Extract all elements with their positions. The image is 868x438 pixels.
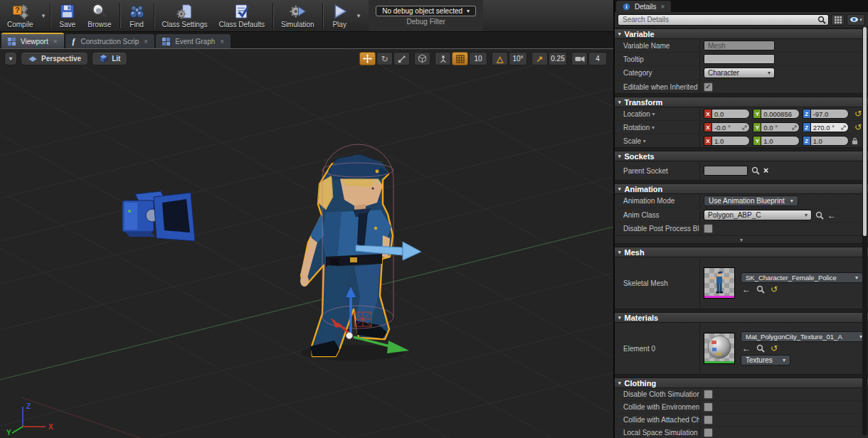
lit-mode-button[interactable]: Lit: [92, 52, 127, 65]
grid-snap-toggle-button[interactable]: [452, 52, 468, 65]
animation-mode-dropdown[interactable]: Use Animation Blueprint ▾: [704, 196, 798, 206]
close-icon[interactable]: ×: [220, 38, 224, 46]
viewport-options-button[interactable]: ▾: [4, 52, 17, 65]
chevron-down-icon[interactable]: ▾: [643, 138, 646, 144]
class-defaults-label: Class Defaults: [219, 21, 265, 28]
axis-z-label: Z: [26, 402, 31, 410]
local-space-checkbox[interactable]: ✓: [704, 428, 713, 437]
rotation-x-field[interactable]: -0.0 °: [711, 122, 750, 132]
simulation-icon: [289, 3, 307, 20]
skeletal-mesh-dropdown[interactable]: SK_Character_Female_Police ▾: [741, 272, 863, 283]
surface-snap-button[interactable]: [435, 52, 451, 65]
camera-actor[interactable]: [122, 191, 195, 241]
find-button[interactable]: Find: [122, 0, 152, 31]
scale-x-field[interactable]: 1.0: [711, 136, 750, 146]
browse-asset-icon[interactable]: [756, 285, 765, 294]
display-filter-button[interactable]: [831, 14, 845, 26]
simulation-button[interactable]: Simulation: [275, 0, 320, 31]
tab-construction-script[interactable]: ƒ Construction Scrip ×: [65, 34, 155, 48]
use-selected-asset-icon[interactable]: ←: [742, 344, 751, 353]
skeletal-mesh-thumbnail[interactable]: [704, 267, 735, 299]
search-socket-icon[interactable]: [751, 166, 760, 175]
post-process-checkbox[interactable]: ✓: [704, 224, 713, 233]
disable-cloth-checkbox[interactable]: ✓: [704, 390, 713, 399]
use-selected-icon[interactable]: ←: [827, 211, 836, 220]
blueprint-editor: ? Compile ▾ Save Browse: [0, 0, 868, 438]
parent-socket-field[interactable]: [704, 166, 748, 176]
rotate-tool-button[interactable]: ↻: [376, 52, 393, 65]
compile-options-caret[interactable]: ▾: [39, 0, 48, 31]
browse-button[interactable]: Browse: [82, 0, 117, 31]
material-dropdown[interactable]: Mat_PolygonCity_Texture_01_A ▾: [741, 331, 867, 342]
section-variable-header[interactable]: ▾ Variable: [615, 29, 868, 39]
character-actor[interactable]: [300, 154, 393, 356]
perspective-button[interactable]: Perspective: [21, 52, 88, 65]
class-settings-button[interactable]: Class Settings: [157, 0, 213, 31]
section-animation-header[interactable]: ▾ Animation: [615, 184, 868, 194]
tab-event-graph[interactable]: Event Graph ×: [156, 34, 231, 48]
scale-snap-toggle-button[interactable]: ↗: [531, 52, 548, 65]
reset-asset-icon[interactable]: ↺: [771, 285, 778, 294]
use-selected-asset-icon[interactable]: ←: [742, 285, 751, 294]
rotation-y-field[interactable]: 0.0 °: [761, 122, 799, 132]
move-tool-button[interactable]: [359, 52, 376, 65]
anim-class-dropdown[interactable]: Polygon_ABP_C ▾: [704, 210, 812, 220]
view-options-button[interactable]: ▾: [847, 14, 865, 26]
scale-z-field[interactable]: 1.0: [810, 136, 849, 146]
collide-children-checkbox[interactable]: ✓: [704, 415, 713, 424]
show-advanced-button[interactable]: ▾: [615, 235, 868, 243]
play-options-caret[interactable]: ▾: [354, 0, 364, 31]
chevron-down-icon[interactable]: ▾: [652, 111, 655, 117]
grid-snap-value[interactable]: 10: [469, 52, 487, 65]
chevron-down-icon: ▾: [805, 212, 808, 218]
scrollbar-thumb[interactable]: [863, 27, 867, 236]
class-defaults-button[interactable]: Class Defaults: [213, 0, 270, 31]
rotation-snap-value[interactable]: 10°: [509, 52, 527, 65]
camera-speed-button[interactable]: [571, 52, 588, 65]
rotation-snap-toggle-button[interactable]: △: [492, 52, 508, 65]
material-thumbnail[interactable]: [704, 333, 735, 364]
play-button[interactable]: Play: [325, 0, 354, 31]
close-icon[interactable]: ×: [53, 38, 58, 46]
world-local-toggle-button[interactable]: [414, 52, 430, 65]
scale-y-field[interactable]: 1.0: [761, 136, 799, 146]
editable-checkbox[interactable]: ✓: [704, 82, 713, 92]
reset-asset-icon[interactable]: ↺: [771, 344, 778, 353]
close-icon[interactable]: ×: [144, 38, 148, 46]
location-y-field[interactable]: 0.000856: [761, 109, 799, 119]
section-sockets-header[interactable]: ▾ Sockets: [615, 151, 868, 161]
scale-tool-button[interactable]: [393, 52, 410, 65]
scale-snap-value[interactable]: 0.25: [549, 52, 567, 65]
details-scrollbar[interactable]: [862, 27, 867, 435]
location-z-field[interactable]: -97.0: [810, 109, 849, 119]
chevron-down-icon: ▾: [855, 274, 858, 281]
search-field[interactable]: [618, 14, 829, 26]
section-mesh-header[interactable]: ▾ Mesh: [615, 247, 868, 257]
chevron-down-icon: ▾: [768, 70, 771, 76]
search-input[interactable]: [623, 16, 815, 23]
clear-socket-icon[interactable]: ×: [763, 166, 768, 176]
browse-anim-class-icon[interactable]: [815, 211, 824, 220]
compile-button[interactable]: ? Compile: [1, 0, 39, 31]
section-materials-header[interactable]: ▾ Materials: [615, 313, 868, 323]
rotation-z-field[interactable]: 270.0 °: [810, 122, 849, 132]
save-button[interactable]: Save: [53, 0, 82, 31]
tab-viewport[interactable]: Viewport ×: [1, 33, 64, 48]
camera-speed-value[interactable]: 4: [588, 52, 607, 65]
collide-environment-checkbox[interactable]: ✓: [704, 402, 713, 412]
close-icon[interactable]: ×: [661, 3, 665, 11]
drag-angle-icon: [792, 125, 797, 130]
textures-dropdown[interactable]: Textures ▾: [741, 355, 790, 365]
browse-asset-icon[interactable]: [756, 344, 765, 353]
section-transform-header[interactable]: ▾ Transform: [615, 97, 868, 107]
tooltip-field[interactable]: [704, 54, 775, 64]
category-dropdown[interactable]: Character ▾: [704, 68, 775, 78]
3d-viewport[interactable]: ▾ Perspective Lit: [0, 48, 613, 438]
tab-details[interactable]: i Details ×: [616, 1, 671, 12]
location-x-field[interactable]: 0.0: [711, 109, 750, 119]
chevron-down-icon[interactable]: ▾: [652, 124, 655, 131]
gizmo-origin-handle[interactable]: [346, 333, 353, 339]
section-clothing-header[interactable]: ▾ Clothing: [615, 378, 868, 388]
lock-scale-icon[interactable]: [852, 137, 858, 145]
debug-object-dropdown[interactable]: No debug object selected ▾: [376, 6, 476, 16]
